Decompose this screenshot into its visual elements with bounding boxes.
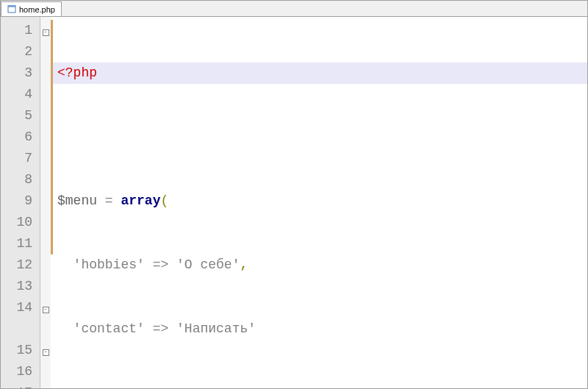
fold-toggle-icon[interactable]: - — [43, 349, 49, 356]
fold-toggle-icon[interactable]: - — [43, 29, 49, 36]
editor-window: home.php 1 2 3 4 5 6 7 8 9 10 11 12 13 1… — [0, 0, 588, 389]
code-line[interactable]: <?php — [53, 63, 587, 84]
tab-filename: home.php — [19, 5, 55, 14]
code-area[interactable]: 1 2 3 4 5 6 7 8 9 10 11 12 13 14 15 16 1… — [1, 17, 587, 388]
line-number-gutter: 1 2 3 4 5 6 7 8 9 10 11 12 13 14 15 16 1… — [1, 17, 40, 388]
code-line[interactable]: $menu = array( — [57, 190, 587, 212]
code-line[interactable] — [57, 126, 587, 148]
svg-rect-2 — [8, 5, 15, 7]
code-line[interactable]: 'hobbies' => 'О себе', — [57, 254, 587, 276]
fold-column: - - - - — [40, 17, 51, 388]
code-line[interactable] — [57, 382, 587, 388]
tab-bar: home.php — [1, 1, 587, 17]
code-content[interactable]: <?php $menu = array( 'hobbies' => 'О себ… — [53, 17, 587, 388]
file-icon — [7, 5, 16, 14]
fold-toggle-icon[interactable]: - — [43, 307, 49, 313]
file-tab[interactable]: home.php — [1, 1, 62, 16]
code-line[interactable]: 'contact' => 'Написать' — [57, 318, 587, 340]
